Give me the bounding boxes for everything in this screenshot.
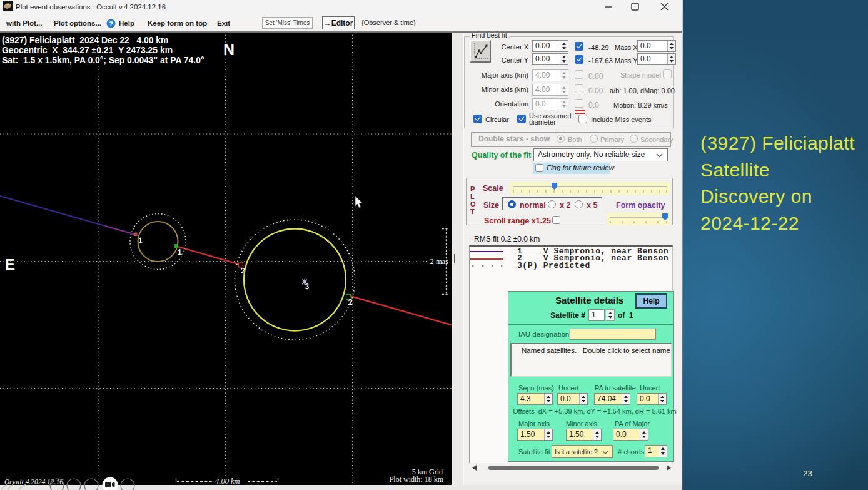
- svg-text:2 mas: 2 mas: [430, 257, 449, 266]
- svg-text:Plot width: 18 km: Plot width: 18 km: [390, 475, 444, 484]
- svg-text:Sat: 1.5 x 1.5km, PA 0.0°; Se: Sat: 1.5 x 1.5km, PA 0.0°; Sep 0.0043" a…: [2, 55, 204, 65]
- svg-text:?: ?: [109, 20, 113, 28]
- svg-text:4.00 km: 4.00 km: [215, 477, 240, 485]
- svg-text:(3927) Feliciaplatt 2024 Dec: (3927) Feliciaplatt 2024 Dec 22 4.00 km: [2, 35, 168, 45]
- svg-text:E: E: [5, 256, 15, 273]
- svg-text:Geocentric X 344.27 ±0.21 Y: Geocentric X 344.27 ±0.21 Y 2473.25 km: [2, 45, 173, 55]
- svg-text:N: N: [223, 41, 235, 58]
